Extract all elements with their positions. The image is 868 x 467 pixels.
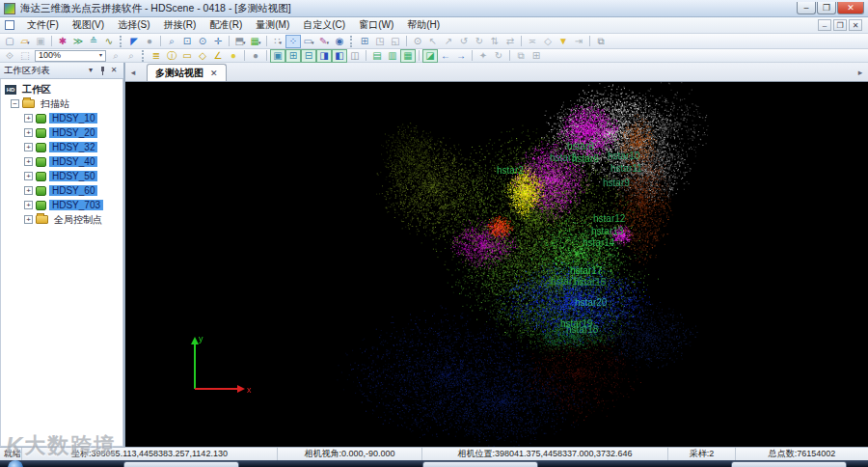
sphere-tool-icon[interactable]: ● (142, 35, 157, 48)
tab-multistation-view[interactable]: 多测站视图 ✕ (147, 64, 227, 81)
tree-expander-icon[interactable]: + (24, 143, 33, 151)
magnify-in-icon[interactable]: ⌕ (108, 49, 123, 63)
prev-arrow-icon[interactable]: ← (438, 49, 453, 63)
tree-station-hdsy_20[interactable]: +HDSY_20 (1, 125, 122, 140)
menu-item-3[interactable]: 拼接(R) (156, 17, 203, 33)
tree-station-hdsy_50[interactable]: +HDSY_50 (1, 169, 122, 183)
station-link-icon[interactable]: ✱ (55, 35, 70, 48)
measure-list-icon[interactable]: ≣ (149, 49, 164, 63)
point-cloud-viewport[interactable]: hstar2hstar8hstar3hstar6hstar10hstar11hs… (125, 82, 868, 447)
open-folder-icon[interactable]: ▱▾ (17, 35, 33, 48)
mdi-document-icon[interactable] (5, 20, 14, 30)
attach-icon[interactable]: ⇥ (571, 35, 586, 48)
grid-rows-icon[interactable]: ▤ (369, 49, 385, 63)
panel-pin-icon[interactable] (96, 65, 108, 76)
tree-expander-icon[interactable]: − (11, 99, 19, 108)
nav-refresh-icon[interactable]: ↻ (491, 49, 506, 63)
pointer-select-icon[interactable]: ◤ (126, 35, 142, 48)
view-left-icon[interactable]: ◨ (316, 49, 332, 63)
view-back-icon[interactable]: ◫ (347, 49, 363, 63)
tree-expander-icon[interactable]: + (24, 114, 33, 123)
tab-scroll-left-icon[interactable]: ◂ (127, 68, 139, 77)
tree-expander-icon[interactable]: + (24, 172, 33, 180)
magnify-out-icon[interactable]: ⌕ (123, 49, 139, 63)
station-rotate-icon[interactable]: ∿ (101, 35, 117, 48)
tree-station-hdsy_10[interactable]: +HDSY_10 (1, 111, 122, 125)
next-arrow-icon[interactable]: → (453, 49, 469, 63)
diamond-select-icon[interactable]: ◇ (540, 35, 556, 48)
tree-station-hdsy_40[interactable]: +HDSY_40 (1, 154, 122, 169)
taskbar-button-1[interactable] (123, 461, 239, 467)
select-ne-icon[interactable]: ↗ (441, 35, 456, 48)
menu-item-7[interactable]: 窗口(W) (352, 17, 400, 33)
snapshot-icon[interactable]: ⧉ (513, 49, 529, 63)
zoom-level-combo[interactable]: 100%▾ (35, 50, 106, 62)
tree-expander-icon[interactable]: + (24, 128, 33, 137)
tab-scroll-right-icon[interactable]: ▸ (854, 68, 866, 77)
menu-item-8[interactable]: 帮助(H) (400, 17, 447, 33)
fullscreen-icon[interactable]: ⊞ (357, 35, 372, 48)
close-button[interactable]: ✕ (837, 2, 864, 14)
zoom-window-icon[interactable]: ⊡ (179, 35, 195, 48)
tree-expander-icon[interactable]: + (24, 215, 33, 224)
measure-pencil-icon[interactable]: ◇ (195, 49, 210, 63)
render-style-icon[interactable]: ✎▾ (316, 35, 332, 48)
tree-expander-icon[interactable]: + (24, 157, 33, 166)
zoom-out-icon[interactable]: ⊙ (195, 35, 210, 48)
measure-ellipse-icon[interactable]: ● (226, 49, 241, 63)
windows-taskbar[interactable] (0, 460, 868, 467)
tree-station-hdsy_703[interactable]: +HDSY_703 (1, 198, 122, 212)
pan-icon[interactable]: ✛ (210, 35, 226, 48)
view-cube-icon[interactable]: ⬒▾ (232, 35, 248, 48)
minimize-button[interactable]: – (797, 2, 816, 14)
new-file-icon[interactable]: ▢ (2, 35, 17, 48)
point-grid-icon[interactable]: ∷▾ (270, 35, 285, 48)
view-right-icon[interactable]: ◧ (332, 49, 347, 63)
tree-expander-icon[interactable]: + (24, 186, 33, 195)
point-density-icon[interactable]: ⁘ (285, 35, 301, 48)
sphere-view-icon[interactable]: ● (248, 49, 263, 63)
tree-folder-scan-stations[interactable]: −扫描站 (1, 96, 122, 111)
marker-slide-icon[interactable]: ◪ (422, 49, 438, 63)
select-nw-icon[interactable]: ↖ (425, 35, 441, 48)
clip-plane-icon[interactable]: ◱ (388, 35, 403, 48)
measure-rect-icon[interactable]: ▭ (179, 49, 195, 63)
view-iso-icon[interactable]: ▣ (270, 49, 285, 63)
swap-select-icon[interactable]: ⇄ (502, 35, 518, 48)
copy-view-icon[interactable]: ⧉ (593, 35, 609, 48)
view-front-icon[interactable]: ⊟ (301, 49, 316, 63)
redo-select-icon[interactable]: ↻ (472, 35, 487, 48)
zoom-in-icon[interactable]: ⌕ (164, 35, 179, 48)
panel-close-icon[interactable]: ✕ (108, 65, 120, 76)
filter-icon[interactable]: ▼ (556, 35, 571, 48)
nav-star-icon[interactable]: ✦ (475, 49, 491, 63)
display-mode-icon[interactable]: ▭▾ (301, 35, 316, 48)
panel-dropdown-icon[interactable]: ▾ (85, 65, 96, 76)
menu-item-5[interactable]: 量测(M) (249, 17, 296, 33)
save-icon[interactable]: ▣ (33, 35, 48, 48)
grid-full-icon[interactable]: ▦ (400, 49, 416, 63)
merge-icon[interactable]: ≍ (525, 35, 540, 48)
measure-info-icon[interactable]: ⓘ (164, 49, 179, 63)
select-circle-icon[interactable]: ⊙ (410, 35, 425, 48)
tree-folder-global-control-points[interactable]: +全局控制点 (1, 212, 122, 227)
mdi-close-button[interactable]: ✕ (849, 19, 862, 31)
mdi-minimize-button[interactable]: – (818, 19, 831, 31)
view-top-icon[interactable]: ⊞ (285, 49, 301, 63)
tab-close-icon[interactable]: ✕ (210, 69, 218, 78)
menu-item-1[interactable]: 视图(V) (66, 17, 111, 33)
tree-root-workspace[interactable]: HD工作区 (1, 82, 122, 96)
taskbar-button-3[interactable] (731, 461, 847, 467)
station-lift-icon[interactable]: ≙ (86, 35, 101, 48)
tree-expander-icon[interactable]: + (24, 201, 33, 209)
menu-item-6[interactable]: 自定义(C) (296, 17, 352, 33)
measure-polyline-icon[interactable]: ∠ (210, 49, 226, 63)
menu-item-0[interactable]: 文件(F) (20, 17, 66, 33)
station-align-icon[interactable]: ≫ (70, 35, 86, 48)
invert-select-icon[interactable]: ⇅ (487, 35, 502, 48)
mdi-restore-button[interactable]: ❐ (833, 19, 847, 31)
grid-last-icon[interactable]: ⊞ (529, 49, 544, 63)
undo-select-icon[interactable]: ↺ (456, 35, 472, 48)
tree-station-hdsy_60[interactable]: +HDSY_60 (1, 183, 122, 198)
grid-cols-icon[interactable]: ▥ (385, 49, 400, 63)
